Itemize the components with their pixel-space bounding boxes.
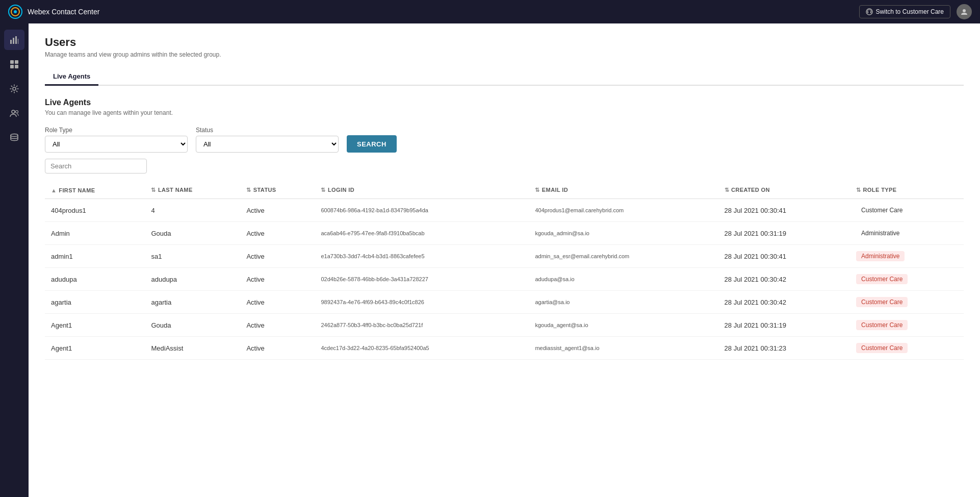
role-badge: Customer Care xyxy=(856,343,908,353)
cell-role-type: Customer Care xyxy=(850,199,964,222)
cell-last-name: 4 xyxy=(145,199,240,222)
cell-first-name: admin1 xyxy=(45,245,145,268)
role-badge: Administrative xyxy=(856,228,905,238)
cell-last-name: adudupa xyxy=(145,268,240,291)
svg-point-6 xyxy=(963,9,966,12)
cell-created-on: 28 Jul 2021 00:31:19 xyxy=(718,222,850,245)
cell-role-type: Administrative xyxy=(850,222,964,245)
section-subtitle: You can manage live agents within your t… xyxy=(45,109,964,116)
headset-icon xyxy=(866,8,873,15)
cell-status: Active xyxy=(240,199,315,222)
svg-point-2 xyxy=(14,10,17,13)
cell-email-id: adudupa@sa.io xyxy=(529,268,718,291)
sidebar xyxy=(0,23,29,497)
navbar-right: Switch to Customer Care xyxy=(859,4,972,19)
switch-to-customer-care-button[interactable]: Switch to Customer Care xyxy=(859,5,950,18)
svg-rect-12 xyxy=(15,60,18,64)
cell-last-name: Gouda xyxy=(145,314,240,337)
tabs-container: Live Agents xyxy=(45,68,964,86)
cell-created-on: 28 Jul 2021 00:31:23 xyxy=(718,337,850,360)
status-label: Status xyxy=(196,127,339,134)
app-logo xyxy=(8,5,22,19)
cell-status: Active xyxy=(240,337,315,360)
search-button[interactable]: SEARCH xyxy=(347,135,397,153)
navbar-left: Webex Contact Center xyxy=(8,5,99,19)
cell-created-on: 28 Jul 2021 00:30:42 xyxy=(718,268,850,291)
page-subtitle: Manage teams and view group admins withi… xyxy=(45,51,964,58)
cell-email-id: kgouda_admin@sa.io xyxy=(529,222,718,245)
role-type-filter: Role Type All Administrative Customer Ca… xyxy=(45,127,188,153)
cell-role-type: Customer Care xyxy=(850,337,964,360)
cell-role-type: Customer Care xyxy=(850,268,964,291)
cell-status: Active xyxy=(240,291,315,314)
table-header: ▲FIRST NAME ⇅LAST NAME ⇅STATUS ⇅LOGIN ID… xyxy=(45,182,964,199)
cell-email-id: kgouda_agent@sa.io xyxy=(529,314,718,337)
col-role-type[interactable]: ⇅ROLE TYPE xyxy=(850,182,964,199)
content-area: Users Manage teams and view group admins… xyxy=(29,23,980,497)
page-title: Users xyxy=(45,36,964,49)
cell-created-on: 28 Jul 2021 00:30:41 xyxy=(718,199,850,222)
svg-point-18 xyxy=(11,134,18,137)
role-type-label: Role Type xyxy=(45,127,188,134)
svg-rect-13 xyxy=(10,65,14,68)
cell-first-name: Admin xyxy=(45,222,145,245)
svg-point-17 xyxy=(16,111,18,113)
cell-created-on: 28 Jul 2021 00:30:42 xyxy=(718,291,850,314)
cell-status: Active xyxy=(240,222,315,245)
svg-rect-11 xyxy=(10,60,14,64)
cell-login-id: 4cdec17d-3d22-4a20-8235-65bfa952400a5 xyxy=(315,337,529,360)
bar-chart-icon xyxy=(9,35,19,45)
col-first-name[interactable]: ▲FIRST NAME xyxy=(45,182,145,199)
role-badge: Customer Care xyxy=(856,297,908,307)
col-last-name[interactable]: ⇅LAST NAME xyxy=(145,182,240,199)
avatar[interactable] xyxy=(957,4,972,19)
cell-first-name: adudupa xyxy=(45,268,145,291)
svg-rect-8 xyxy=(13,38,14,44)
section-title: Live Agents xyxy=(45,98,964,107)
svg-rect-7 xyxy=(10,40,12,44)
status-filter: Status All Active Inactive xyxy=(196,127,339,153)
database-icon xyxy=(9,133,19,143)
cell-created-on: 28 Jul 2021 00:30:41 xyxy=(718,245,850,268)
cell-role-type: Customer Care xyxy=(850,314,964,337)
cell-status: Active xyxy=(240,314,315,337)
sidebar-item-data[interactable] xyxy=(4,128,24,148)
col-email-id[interactable]: ⇅EMAIL ID xyxy=(529,182,718,199)
navbar: Webex Contact Center Switch to Customer … xyxy=(0,0,980,23)
col-created-on[interactable]: ⇅CREATED ON xyxy=(718,182,850,199)
sidebar-item-dashboard[interactable] xyxy=(4,54,24,74)
cell-created-on: 28 Jul 2021 00:31:19 xyxy=(718,314,850,337)
cell-email-id: agartia@sa.io xyxy=(529,291,718,314)
sidebar-item-users[interactable] xyxy=(4,103,24,123)
col-login-id[interactable]: ⇅LOGIN ID xyxy=(315,182,529,199)
svg-rect-14 xyxy=(15,65,18,68)
svg-point-15 xyxy=(13,87,16,90)
sidebar-item-settings[interactable] xyxy=(4,79,24,99)
cell-email-id: 404produs1@email.carehybrid.com xyxy=(529,199,718,222)
cell-login-id: 02d4b26e-5878-46bb-b6de-3a431a728227 xyxy=(315,268,529,291)
cell-email-id: mediassist_agent1@sa.io xyxy=(529,337,718,360)
cell-role-type: Customer Care xyxy=(850,291,964,314)
svg-rect-10 xyxy=(18,39,18,44)
cell-login-id: e1a730b3-3dd7-4cb4-b3d1-8863cafefee5 xyxy=(315,245,529,268)
table-row: admin1 sa1 Active e1a730b3-3dd7-4cb4-b3d… xyxy=(45,245,964,268)
search-input[interactable] xyxy=(45,159,147,173)
app-title: Webex Contact Center xyxy=(28,8,99,16)
svg-point-16 xyxy=(12,110,15,113)
cell-last-name: Gouda xyxy=(145,222,240,245)
status-select[interactable]: All Active Inactive xyxy=(196,136,339,153)
table-row: Agent1 MediAssist Active 4cdec17d-3d22-4… xyxy=(45,337,964,360)
role-badge: Customer Care xyxy=(856,205,908,215)
role-type-select[interactable]: All Administrative Customer Care xyxy=(45,136,188,153)
cell-first-name: 404produs1 xyxy=(45,199,145,222)
cell-last-name: sa1 xyxy=(145,245,240,268)
tab-live-agents[interactable]: Live Agents xyxy=(45,68,98,86)
sidebar-item-analytics[interactable] xyxy=(4,30,24,50)
col-status[interactable]: ⇅STATUS xyxy=(240,182,315,199)
cell-role-type: Administrative xyxy=(850,245,964,268)
gear-icon xyxy=(9,84,19,94)
role-badge: Administrative xyxy=(856,251,905,261)
user-icon xyxy=(960,8,968,16)
cell-login-id: 600874b6-986a-4192-ba1d-83479b95a4da xyxy=(315,199,529,222)
users-icon xyxy=(9,108,19,118)
